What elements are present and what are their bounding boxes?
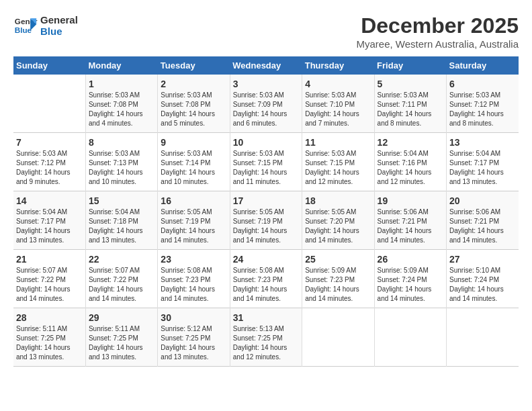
day-info: Sunrise: 5:06 AM Sunset: 7:21 PM Dayligh… — [378, 208, 443, 245]
header-sunday: Sunday — [13, 56, 85, 75]
calendar-cell: 20Sunrise: 5:06 AM Sunset: 7:21 PM Dayli… — [447, 191, 519, 250]
day-number: 29 — [89, 312, 154, 323]
day-info: Sunrise: 5:03 AM Sunset: 7:10 PM Dayligh… — [305, 91, 371, 128]
main-title: December 2025 — [357, 13, 519, 38]
day-info: Sunrise: 5:04 AM Sunset: 7:17 PM Dayligh… — [449, 149, 516, 187]
calendar-cell: 13Sunrise: 5:04 AM Sunset: 7:17 PM Dayli… — [447, 133, 519, 191]
calendar-cell: 1Sunrise: 5:03 AM Sunset: 7:08 PM Daylig… — [85, 75, 157, 133]
calendar-cell — [302, 308, 374, 367]
calendar-cell: 18Sunrise: 5:05 AM Sunset: 7:20 PM Dayli… — [302, 191, 374, 250]
day-number: 10 — [233, 137, 299, 148]
calendar-cell — [374, 308, 446, 367]
day-number: 13 — [449, 137, 516, 148]
day-info: Sunrise: 5:03 AM Sunset: 7:13 PM Dayligh… — [89, 149, 154, 187]
subtitle: Myaree, Western Australia, Australia — [357, 38, 519, 50]
calendar-header-row: SundayMondayTuesdayWednesdayThursdayFrid… — [13, 56, 519, 75]
day-info: Sunrise: 5:04 AM Sunset: 7:17 PM Dayligh… — [16, 208, 83, 245]
calendar-cell: 25Sunrise: 5:09 AM Sunset: 7:23 PM Dayli… — [302, 250, 374, 308]
week-row-2: 7Sunrise: 5:03 AM Sunset: 7:12 PM Daylig… — [13, 133, 519, 191]
day-info: Sunrise: 5:04 AM Sunset: 7:18 PM Dayligh… — [89, 208, 154, 245]
day-info: Sunrise: 5:03 AM Sunset: 7:08 PM Dayligh… — [89, 91, 154, 128]
day-number: 1 — [89, 79, 154, 89]
calendar-cell: 28Sunrise: 5:11 AM Sunset: 7:25 PM Dayli… — [13, 308, 85, 367]
header-wednesday: Wednesday — [230, 56, 302, 75]
calendar-cell: 30Sunrise: 5:12 AM Sunset: 7:25 PM Dayli… — [158, 308, 230, 367]
day-number: 20 — [449, 195, 516, 206]
logo-icon: General Blue — [13, 13, 38, 38]
calendar-cell: 4Sunrise: 5:03 AM Sunset: 7:10 PM Daylig… — [302, 75, 374, 133]
header-thursday: Thursday — [302, 56, 374, 75]
day-number: 21 — [16, 254, 83, 265]
day-number: 16 — [161, 195, 226, 206]
calendar-cell: 3Sunrise: 5:03 AM Sunset: 7:09 PM Daylig… — [230, 75, 302, 133]
day-number: 2 — [161, 79, 226, 89]
calendar-cell: 11Sunrise: 5:03 AM Sunset: 7:15 PM Dayli… — [302, 133, 374, 191]
page-header: General Blue General Blue December 2025 … — [13, 13, 519, 50]
day-info: Sunrise: 5:05 AM Sunset: 7:19 PM Dayligh… — [161, 208, 226, 245]
day-info: Sunrise: 5:11 AM Sunset: 7:25 PM Dayligh… — [89, 324, 154, 362]
day-info: Sunrise: 5:07 AM Sunset: 7:22 PM Dayligh… — [16, 266, 83, 304]
header-monday: Monday — [85, 56, 157, 75]
calendar-cell: 26Sunrise: 5:09 AM Sunset: 7:24 PM Dayli… — [374, 250, 446, 308]
calendar-cell: 12Sunrise: 5:04 AM Sunset: 7:16 PM Dayli… — [374, 133, 446, 191]
calendar-cell: 19Sunrise: 5:06 AM Sunset: 7:21 PM Dayli… — [374, 191, 446, 250]
calendar-cell: 5Sunrise: 5:03 AM Sunset: 7:11 PM Daylig… — [374, 75, 446, 133]
calendar-cell: 24Sunrise: 5:08 AM Sunset: 7:23 PM Dayli… — [230, 250, 302, 308]
calendar-table: SundayMondayTuesdayWednesdayThursdayFrid… — [13, 56, 519, 367]
day-number: 14 — [16, 195, 83, 206]
day-number: 27 — [449, 254, 516, 265]
day-info: Sunrise: 5:03 AM Sunset: 7:08 PM Dayligh… — [161, 91, 226, 128]
day-info: Sunrise: 5:08 AM Sunset: 7:23 PM Dayligh… — [161, 266, 226, 304]
week-row-4: 21Sunrise: 5:07 AM Sunset: 7:22 PM Dayli… — [13, 250, 519, 308]
calendar-cell — [447, 308, 519, 367]
day-info: Sunrise: 5:03 AM Sunset: 7:12 PM Dayligh… — [449, 91, 516, 128]
day-info: Sunrise: 5:08 AM Sunset: 7:23 PM Dayligh… — [233, 266, 299, 304]
svg-text:Blue: Blue — [15, 26, 32, 34]
day-info: Sunrise: 5:03 AM Sunset: 7:09 PM Dayligh… — [233, 91, 299, 128]
day-number: 6 — [449, 79, 516, 89]
day-info: Sunrise: 5:03 AM Sunset: 7:12 PM Dayligh… — [16, 149, 83, 187]
title-block: December 2025 Myaree, Western Australia,… — [357, 13, 519, 50]
day-info: Sunrise: 5:05 AM Sunset: 7:20 PM Dayligh… — [305, 208, 371, 245]
calendar-cell: 6Sunrise: 5:03 AM Sunset: 7:12 PM Daylig… — [447, 75, 519, 133]
day-number: 9 — [161, 137, 226, 148]
calendar-cell — [13, 75, 85, 133]
day-number: 4 — [305, 79, 371, 89]
calendar-cell: 7Sunrise: 5:03 AM Sunset: 7:12 PM Daylig… — [13, 133, 85, 191]
calendar-cell: 17Sunrise: 5:05 AM Sunset: 7:19 PM Dayli… — [230, 191, 302, 250]
day-number: 19 — [378, 195, 443, 206]
day-number: 31 — [233, 312, 299, 323]
week-row-3: 14Sunrise: 5:04 AM Sunset: 7:17 PM Dayli… — [13, 191, 519, 250]
day-number: 26 — [378, 254, 443, 265]
day-number: 11 — [305, 137, 371, 148]
day-number: 22 — [89, 254, 154, 265]
day-info: Sunrise: 5:03 AM Sunset: 7:11 PM Dayligh… — [378, 91, 443, 128]
logo-line2: Blue — [40, 26, 78, 37]
day-info: Sunrise: 5:03 AM Sunset: 7:15 PM Dayligh… — [305, 149, 371, 187]
day-number: 17 — [233, 195, 299, 206]
calendar-cell: 16Sunrise: 5:05 AM Sunset: 7:19 PM Dayli… — [158, 191, 230, 250]
logo-line1: General — [40, 14, 78, 26]
day-info: Sunrise: 5:03 AM Sunset: 7:14 PM Dayligh… — [161, 149, 226, 187]
day-number: 8 — [89, 137, 154, 148]
day-number: 18 — [305, 195, 371, 206]
day-info: Sunrise: 5:06 AM Sunset: 7:21 PM Dayligh… — [449, 208, 516, 245]
calendar-cell: 31Sunrise: 5:13 AM Sunset: 7:25 PM Dayli… — [230, 308, 302, 367]
day-info: Sunrise: 5:13 AM Sunset: 7:25 PM Dayligh… — [233, 324, 299, 362]
calendar-cell: 27Sunrise: 5:10 AM Sunset: 7:24 PM Dayli… — [447, 250, 519, 308]
day-info: Sunrise: 5:03 AM Sunset: 7:15 PM Dayligh… — [233, 149, 299, 187]
day-number: 25 — [305, 254, 371, 265]
calendar-cell: 9Sunrise: 5:03 AM Sunset: 7:14 PM Daylig… — [158, 133, 230, 191]
day-number: 30 — [161, 312, 226, 323]
day-number: 3 — [233, 79, 299, 89]
day-info: Sunrise: 5:12 AM Sunset: 7:25 PM Dayligh… — [161, 324, 226, 362]
day-number: 24 — [233, 254, 299, 265]
day-info: Sunrise: 5:07 AM Sunset: 7:22 PM Dayligh… — [89, 266, 154, 304]
day-number: 23 — [161, 254, 226, 265]
day-info: Sunrise: 5:04 AM Sunset: 7:16 PM Dayligh… — [378, 149, 443, 187]
calendar-cell: 23Sunrise: 5:08 AM Sunset: 7:23 PM Dayli… — [158, 250, 230, 308]
logo: General Blue General Blue — [13, 13, 78, 38]
calendar-cell: 2Sunrise: 5:03 AM Sunset: 7:08 PM Daylig… — [158, 75, 230, 133]
day-info: Sunrise: 5:11 AM Sunset: 7:25 PM Dayligh… — [16, 324, 83, 362]
week-row-1: 1Sunrise: 5:03 AM Sunset: 7:08 PM Daylig… — [13, 75, 519, 133]
